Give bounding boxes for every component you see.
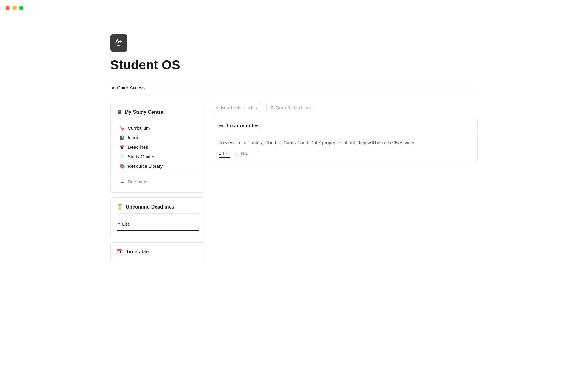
lecture-card-header: ➡ Lecture notes — [213, 117, 477, 134]
lecture-arrow-icon: ➡ — [219, 122, 224, 129]
databases-section: ☁ Databases — [117, 174, 199, 186]
upcoming-deadlines-card: ⏳ Upcoming Deadlines ≡ List — [110, 197, 205, 237]
cloud-icon: ☁ — [119, 179, 125, 184]
sidebar-item-curriculum[interactable]: 🔖 Curriculum — [117, 123, 199, 133]
lecture-view-tabs: ≡ List ◌ N/A — [219, 151, 471, 158]
timetable-card: 📅 Timetable — [110, 242, 205, 261]
content-grid: 🖥 My Study Central 🔖 Curriculum 📓 Inbox … — [110, 103, 478, 266]
nav-curriculum-label: Curriculum — [128, 125, 150, 131]
main-content: A+ ━━ Student OS ➤ Quick Access 🖥 My Stu… — [80, 0, 508, 266]
deadlines-header: ⏳ Upcoming Deadlines — [117, 204, 199, 214]
maximize-button[interactable] — [19, 6, 23, 10]
quick-add-inbox-button[interactable]: 🖥 Quick Add to Inbox — [266, 103, 315, 112]
lecture-tab-na[interactable]: ◌ N/A — [236, 151, 248, 158]
edit-icon: ✏ — [216, 105, 219, 110]
lecture-description: To view lecture notes, fill in the 'Cour… — [219, 139, 471, 146]
tab-quick-access-label: Quick Access — [117, 85, 145, 90]
new-lecture-notes-button[interactable]: ✏ New Lecture notes — [213, 103, 260, 112]
titlebar — [0, 0, 588, 16]
minimize-button[interactable] — [12, 6, 17, 10]
deadlines-tab-label: List — [122, 222, 129, 227]
document-icon: 📄 — [119, 154, 125, 159]
bookmark-icon: 🔖 — [119, 126, 125, 131]
right-panel: ✏ New Lecture notes 🖥 Quick Add to Inbox… — [213, 103, 478, 266]
monitor-icon: 🖥 — [117, 109, 122, 115]
study-central-nav: 🔖 Curriculum 📓 Inbox 📅 Deadlines 📄 Study… — [117, 123, 199, 171]
hourglass-icon: ⏳ — [117, 204, 123, 210]
inbox-icon: 🖥 — [270, 105, 274, 110]
nav-studyguides-label: Study Guides — [128, 154, 155, 159]
study-central-title[interactable]: My Study Central — [125, 109, 165, 115]
left-sidebar: 🖥 My Study Central 🔖 Curriculum 📓 Inbox … — [110, 103, 205, 266]
timetable-title[interactable]: Timetable — [126, 249, 149, 255]
tab-arrow-icon: ➤ — [111, 85, 115, 90]
sidebar-item-resource-library[interactable]: 📚 Resource Library — [117, 161, 199, 171]
nav-inbox-label: Inbox — [128, 135, 139, 140]
action-buttons: ✏ New Lecture notes 🖥 Quick Add to Inbox — [213, 103, 478, 112]
study-central-header: 🖥 My Study Central — [117, 109, 199, 119]
page-title: Student OS — [110, 58, 478, 72]
databases-item[interactable]: ☁ Databases — [117, 177, 199, 186]
sidebar-item-inbox[interactable]: 📓 Inbox — [117, 133, 199, 142]
books-icon: 📚 — [119, 164, 125, 169]
list-icon: ≡ — [219, 151, 221, 156]
sidebar-item-deadlines[interactable]: 📅 Deadlines — [117, 142, 199, 152]
app-icon-label: A+ — [115, 39, 123, 44]
tabs-bar: ➤ Quick Access — [110, 81, 478, 94]
quick-add-inbox-label: Quick Add to Inbox — [276, 105, 312, 110]
app-icon-area: A+ ━━ — [110, 34, 478, 52]
lecture-tab-na-label: N/A — [241, 151, 248, 156]
lecture-tab-list[interactable]: ≡ List — [219, 151, 230, 158]
deadlines-title[interactable]: Upcoming Deadlines — [126, 204, 174, 210]
nav-resourcelibrary-label: Resource Library — [128, 163, 163, 169]
study-central-card: 🖥 My Study Central 🔖 Curriculum 📓 Inbox … — [110, 103, 205, 193]
lecture-card-body: To view lecture notes, fill in the 'Cour… — [213, 134, 477, 163]
lecture-notes-card: ➡ Lecture notes To view lecture notes, f… — [213, 117, 478, 163]
databases-label: Databases — [128, 179, 150, 184]
deadlines-list-tab[interactable]: ≡ List — [117, 218, 199, 231]
list-icon-deadlines: ≡ — [118, 222, 120, 227]
app-icon: A+ ━━ — [110, 34, 127, 52]
calendar-icon: 📅 — [119, 145, 125, 150]
lecture-tab-list-label: List — [223, 151, 230, 156]
sidebar-item-study-guides[interactable]: 📄 Study Guides — [117, 152, 199, 161]
na-circle-icon: ◌ — [236, 151, 239, 156]
timetable-icon: 📅 — [117, 249, 123, 255]
tab-quick-access[interactable]: ➤ Quick Access — [110, 81, 146, 94]
notebook-icon: 📓 — [119, 135, 125, 140]
new-lecture-notes-label: New Lecture notes — [221, 105, 257, 110]
timetable-header: 📅 Timetable — [117, 249, 199, 255]
nav-deadlines-label: Deadlines — [128, 144, 148, 150]
lecture-notes-title[interactable]: Lecture notes — [227, 123, 259, 128]
close-button[interactable] — [6, 6, 10, 10]
